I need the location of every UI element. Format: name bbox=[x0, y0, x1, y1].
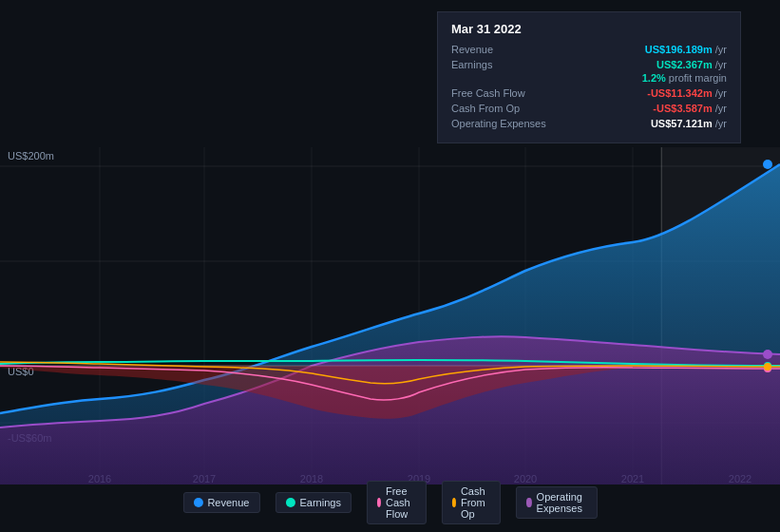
chart-svg bbox=[0, 147, 780, 484]
legend-label-fcf: Free Cash Flow bbox=[386, 485, 416, 520]
legend-item-opex[interactable]: Operating Expenses bbox=[516, 486, 597, 519]
tooltip-label-revenue: Revenue bbox=[451, 44, 565, 55]
profit-margin-text: 1.2% profit margin bbox=[642, 72, 727, 84]
svg-point-12 bbox=[763, 160, 772, 169]
legend-dot-revenue bbox=[193, 498, 202, 507]
legend-dot-opex bbox=[526, 498, 531, 507]
legend-dot-fcf bbox=[377, 498, 381, 507]
tooltip-row-opex: Operating Expenses US$57.121m /yr bbox=[451, 118, 727, 129]
tooltip-label-opex: Operating Expenses bbox=[451, 118, 565, 129]
svg-point-16 bbox=[764, 363, 771, 370]
legend-item-earnings[interactable]: Earnings bbox=[275, 492, 351, 513]
legend: Revenue Earnings Free Cash Flow Cash Fro… bbox=[182, 481, 597, 524]
tooltip-row-revenue: Revenue US$196.189m /yr bbox=[451, 44, 727, 55]
legend-label-opex: Operating Expenses bbox=[537, 491, 587, 514]
legend-dot-cashfromop bbox=[452, 498, 456, 507]
profit-margin-row: 1.2% profit margin bbox=[451, 72, 727, 84]
tooltip-label-fcf: Free Cash Flow bbox=[451, 87, 565, 99]
legend-dot-earnings bbox=[285, 498, 295, 507]
tooltip-value-earnings: US$2.367m /yr bbox=[656, 59, 727, 70]
tooltip-row-fcf: Free Cash Flow -US$11.342m /yr bbox=[451, 87, 727, 99]
legend-label-cashfromop: Cash From Op bbox=[461, 485, 490, 520]
legend-label-revenue: Revenue bbox=[207, 497, 249, 508]
legend-label-earnings: Earnings bbox=[299, 497, 340, 508]
tooltip-row-earnings: Earnings US$2.367m /yr bbox=[451, 59, 727, 70]
tooltip-value-fcf: -US$11.342m /yr bbox=[647, 87, 727, 99]
legend-item-cashfromop[interactable]: Cash From Op bbox=[442, 481, 502, 524]
tooltip-value-revenue: US$196.189m /yr bbox=[645, 44, 727, 55]
tooltip-label-earnings: Earnings bbox=[451, 59, 565, 70]
tooltip-row-cashfromop: Cash From Op -US$3.587m /yr bbox=[451, 103, 727, 114]
legend-item-revenue[interactable]: Revenue bbox=[182, 492, 259, 513]
svg-point-13 bbox=[763, 350, 772, 359]
tooltip-value-opex: US$57.121m /yr bbox=[651, 118, 727, 129]
tooltip-label-cashfromop: Cash From Op bbox=[451, 103, 565, 114]
tooltip-value-cashfromop: -US$3.587m /yr bbox=[653, 103, 727, 114]
legend-item-fcf[interactable]: Free Cash Flow bbox=[367, 481, 427, 524]
tooltip-box: Mar 31 2022 Revenue US$196.189m /yr Earn… bbox=[437, 11, 741, 143]
chart-container: Mar 31 2022 Revenue US$196.189m /yr Earn… bbox=[0, 0, 780, 532]
tooltip-title: Mar 31 2022 bbox=[451, 22, 727, 36]
